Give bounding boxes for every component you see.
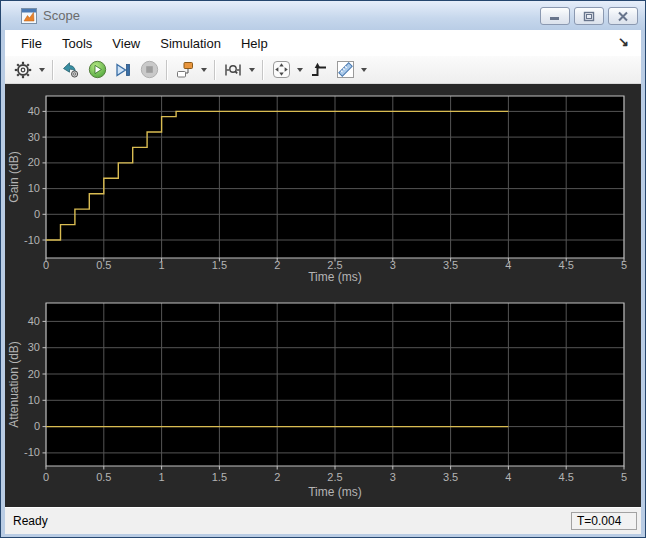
svg-text:0: 0 bbox=[43, 471, 49, 483]
fit-to-view-button[interactable] bbox=[269, 58, 293, 82]
toolbar-separator bbox=[214, 60, 216, 80]
fit-to-view-icon bbox=[272, 60, 291, 79]
step-forward-icon bbox=[114, 61, 132, 79]
menu-simulation[interactable]: Simulation bbox=[150, 32, 231, 55]
scope-display-panel: 00.511.522.533.544.55-10010203040Time (m… bbox=[5, 84, 641, 507]
fit-to-view-dropdown[interactable] bbox=[294, 58, 306, 82]
window-controls bbox=[540, 7, 638, 25]
minimize-button[interactable] bbox=[540, 7, 570, 25]
svg-text:2: 2 bbox=[274, 471, 280, 483]
svg-text:0: 0 bbox=[43, 259, 49, 271]
attenuation-plot: 00.511.522.533.544.55-10010203040Time (m… bbox=[5, 296, 643, 507]
close-icon bbox=[617, 11, 629, 22]
window-title: Scope bbox=[43, 8, 80, 23]
chevron-down-icon bbox=[39, 68, 45, 72]
menu-view[interactable]: View bbox=[102, 32, 150, 55]
close-button[interactable] bbox=[608, 7, 638, 25]
svg-text:3: 3 bbox=[390, 471, 396, 483]
toolbar-separator bbox=[166, 60, 168, 80]
trigger-button[interactable] bbox=[307, 58, 331, 82]
chevron-down-icon bbox=[249, 68, 255, 72]
svg-text:0: 0 bbox=[34, 208, 40, 220]
svg-text:-10: -10 bbox=[24, 446, 40, 458]
cursor-measurements-dropdown[interactable] bbox=[246, 58, 258, 82]
restore-button[interactable] bbox=[574, 7, 604, 25]
cursor-measurements-button[interactable] bbox=[221, 58, 245, 82]
menu-help[interactable]: Help bbox=[231, 32, 278, 55]
menu-tools[interactable]: Tools bbox=[52, 32, 102, 55]
svg-text:Gain (dB): Gain (dB) bbox=[7, 151, 21, 202]
restore-icon bbox=[583, 11, 595, 22]
scope-window: Scope File Tools View Simulation Help bbox=[0, 0, 646, 538]
signal-selector-icon bbox=[176, 61, 194, 79]
svg-text:5: 5 bbox=[621, 259, 627, 271]
menu-file[interactable]: File bbox=[11, 32, 52, 55]
svg-text:3.5: 3.5 bbox=[443, 259, 458, 271]
svg-text:40: 40 bbox=[28, 105, 40, 117]
svg-text:4: 4 bbox=[505, 259, 511, 271]
settings-dropdown[interactable] bbox=[36, 58, 48, 82]
chevron-down-icon bbox=[361, 68, 367, 72]
toolbar bbox=[5, 56, 641, 84]
svg-text:0.5: 0.5 bbox=[96, 471, 111, 483]
settings-button[interactable] bbox=[11, 58, 35, 82]
step-forward-button[interactable] bbox=[111, 58, 135, 82]
run-icon bbox=[88, 60, 107, 79]
matlab-scope-icon bbox=[21, 8, 37, 24]
titlebar[interactable]: Scope bbox=[1, 1, 645, 30]
stop-button[interactable] bbox=[137, 58, 161, 82]
svg-text:3: 3 bbox=[390, 259, 396, 271]
svg-text:3.5: 3.5 bbox=[443, 471, 458, 483]
simulation-time-box: T=0.004 bbox=[571, 512, 637, 530]
svg-text:10: 10 bbox=[28, 182, 40, 194]
svg-text:Time (ms): Time (ms) bbox=[308, 485, 362, 499]
toolbar-separator bbox=[52, 60, 54, 80]
svg-text:Attenuation (dB): Attenuation (dB) bbox=[7, 341, 21, 428]
highlight-block-icon bbox=[62, 61, 80, 79]
svg-text:30: 30 bbox=[28, 341, 40, 353]
svg-text:-10: -10 bbox=[24, 234, 40, 246]
svg-text:4: 4 bbox=[505, 471, 511, 483]
dock-arrow-icon[interactable]: ↘ bbox=[618, 34, 629, 49]
run-button[interactable] bbox=[85, 58, 109, 82]
ruler-icon bbox=[336, 60, 355, 79]
signal-selector-button[interactable] bbox=[173, 58, 197, 82]
svg-text:20: 20 bbox=[28, 156, 40, 168]
svg-text:1.5: 1.5 bbox=[212, 471, 227, 483]
measurements-dropdown[interactable] bbox=[358, 58, 370, 82]
menubar: File Tools View Simulation Help ↘ bbox=[5, 30, 641, 56]
svg-text:10: 10 bbox=[28, 394, 40, 406]
svg-text:2: 2 bbox=[274, 259, 280, 271]
svg-text:0: 0 bbox=[34, 420, 40, 432]
minimize-icon bbox=[549, 11, 561, 21]
svg-text:20: 20 bbox=[28, 368, 40, 380]
svg-text:2.5: 2.5 bbox=[327, 471, 342, 483]
chevron-down-icon bbox=[297, 68, 303, 72]
gain-plot: 00.511.522.533.544.55-10010203040Time (m… bbox=[5, 85, 643, 296]
measurements-button[interactable] bbox=[333, 58, 357, 82]
svg-text:30: 30 bbox=[28, 131, 40, 143]
svg-text:40: 40 bbox=[28, 315, 40, 327]
trigger-icon bbox=[310, 61, 328, 79]
toolbar-separator bbox=[262, 60, 264, 80]
svg-text:5: 5 bbox=[621, 471, 627, 483]
status-text: Ready bbox=[13, 514, 48, 528]
svg-text:1.5: 1.5 bbox=[212, 259, 227, 271]
svg-text:Time (ms): Time (ms) bbox=[308, 270, 362, 284]
statusbar: Ready T=0.004 bbox=[5, 507, 641, 534]
svg-text:4.5: 4.5 bbox=[559, 259, 574, 271]
chevron-down-icon bbox=[201, 68, 207, 72]
stop-icon bbox=[140, 60, 159, 79]
svg-text:0.5: 0.5 bbox=[96, 259, 111, 271]
gear-icon bbox=[14, 61, 32, 79]
svg-text:1: 1 bbox=[159, 259, 165, 271]
cursor-measurements-icon bbox=[224, 61, 242, 79]
svg-text:4.5: 4.5 bbox=[559, 471, 574, 483]
svg-text:1: 1 bbox=[159, 471, 165, 483]
highlight-block-button[interactable] bbox=[59, 58, 83, 82]
signal-selector-dropdown[interactable] bbox=[198, 58, 210, 82]
